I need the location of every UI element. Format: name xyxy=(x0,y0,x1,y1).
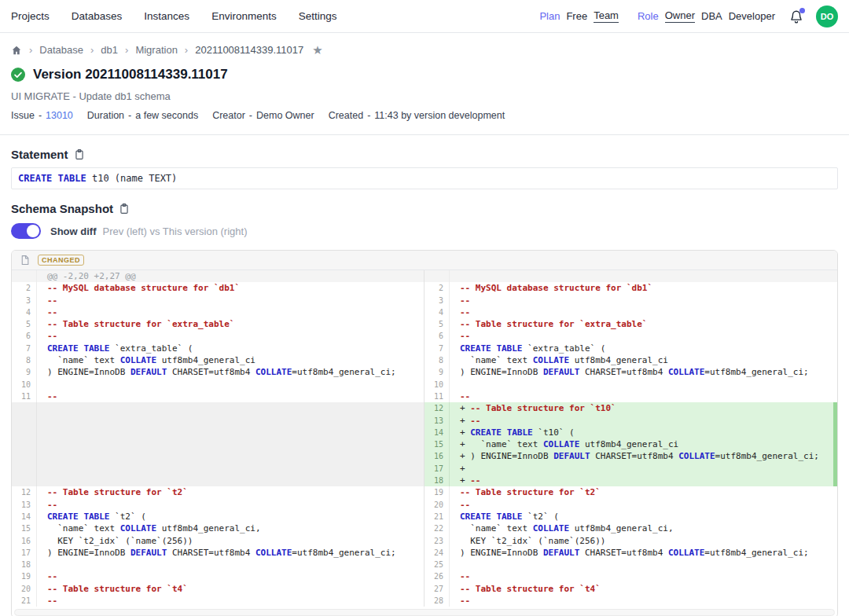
line-number-right: 11 xyxy=(424,390,450,402)
diff-code-left: -- Table structure for `t4` xyxy=(37,583,424,595)
diff-row: 13--20-- xyxy=(12,499,837,511)
main-nav: Projects Databases Instances Environment… xyxy=(11,10,336,22)
plan-option-team[interactable]: Team xyxy=(594,9,619,23)
line-number-left: 11 xyxy=(12,390,37,402)
line-number-right: 13 xyxy=(424,415,450,427)
meta-created-label: Created xyxy=(329,110,363,121)
line-number-left: 5 xyxy=(12,318,37,330)
role-option-developer[interactable]: Developer xyxy=(729,10,775,22)
diff-row: 9) ENGINE=InnoDB DEFAULT CHARSET=utf8mb4… xyxy=(12,366,837,378)
diff-code-left xyxy=(37,475,424,486)
breadcrumb-version[interactable]: 20211008114339.11017 xyxy=(195,44,303,56)
line-number-right: 5 xyxy=(424,318,450,330)
diff-row: 20-- Table structure for `t4`27-- Table … xyxy=(12,583,837,595)
avatar[interactable]: DO xyxy=(816,6,838,28)
diff-row: 15 `name` text COLLATE utf8mb4_general_c… xyxy=(12,522,837,534)
diff-row: 6--6-- xyxy=(12,330,837,342)
line-number-left xyxy=(12,402,37,414)
line-number-right: 2 xyxy=(424,282,450,294)
line-number-left: 10 xyxy=(12,379,37,390)
diff-code-right: + -- xyxy=(450,415,837,427)
copy-snapshot-icon[interactable] xyxy=(119,203,130,214)
line-number-right: 19 xyxy=(424,486,450,498)
meta-separator: - xyxy=(367,110,370,121)
meta-row: Issue - 13010 Duration - a few seconds C… xyxy=(0,110,849,121)
diff-code-left: @@ -2,20 +2,27 @@ xyxy=(37,270,424,282)
line-number-right: 3 xyxy=(424,295,450,306)
line-number-left xyxy=(12,450,37,462)
line-number-right: 8 xyxy=(424,354,450,366)
statement-heading: Statement xyxy=(11,148,68,161)
diff-row: 1825 xyxy=(12,559,837,570)
role-option-dba[interactable]: DBA xyxy=(701,10,722,22)
diff-row: 12-- Table structure for `t2`19-- Table … xyxy=(12,486,837,498)
line-number-right: 17 xyxy=(424,463,450,475)
diff-code-left: -- xyxy=(37,595,424,607)
diff-code-right: + ) ENGINE=InnoDB DEFAULT CHARSET=utf8mb… xyxy=(450,450,837,462)
line-number-right: 21 xyxy=(424,511,450,522)
diff-code-left xyxy=(37,379,424,390)
line-number-left: 8 xyxy=(12,354,37,366)
diff-code-left: KEY `t2_idx` (`name`(256)) xyxy=(37,535,424,547)
meta-issue: Issue - 13010 xyxy=(11,110,73,121)
breadcrumb-migration[interactable]: Migration xyxy=(135,44,177,56)
meta-separator: - xyxy=(128,110,131,121)
statement-sql[interactable]: CREATE TABLE t10 (name TEXT) xyxy=(11,167,838,189)
line-number-right: 6 xyxy=(424,330,450,342)
breadcrumb-database[interactable]: Database xyxy=(39,44,83,56)
line-number-right: 28 xyxy=(424,595,450,607)
horizontal-scrollbar[interactable] xyxy=(14,609,835,616)
diff-row: 18+ -- xyxy=(12,475,837,486)
nav-item-environments[interactable]: Environments xyxy=(211,10,277,22)
line-number-right: 7 xyxy=(424,343,450,354)
home-icon[interactable] xyxy=(11,45,22,56)
diff-code-left: -- xyxy=(37,295,424,306)
changed-badge: CHANGED xyxy=(38,255,84,266)
diff-row: 1010 xyxy=(12,379,837,390)
diff-code-left: -- Table structure for `t2` xyxy=(37,486,424,498)
notifications-button[interactable] xyxy=(789,9,803,24)
diff-row: 4--4-- xyxy=(12,306,837,318)
diff-code-left: -- Table structure for `extra_table` xyxy=(37,318,424,330)
show-diff-toggle[interactable] xyxy=(11,223,41,239)
breadcrumb-db1[interactable]: db1 xyxy=(101,44,118,56)
diff-row: 14CREATE TABLE `t2` (21CREATE TABLE `t2`… xyxy=(12,511,837,522)
diff-row: @@ -2,20 +2,27 @@ xyxy=(12,270,837,282)
nav-item-instances[interactable]: Instances xyxy=(144,10,189,22)
version-title-row: Version 20211008114339.11017 xyxy=(0,67,849,82)
diff-row: 5-- Table structure for `extra_table`5--… xyxy=(12,318,837,330)
breadcrumb-separator: › xyxy=(125,44,128,56)
line-number-right: 20 xyxy=(424,499,450,511)
diff-code-right xyxy=(450,379,837,390)
statement-section-head: Statement xyxy=(0,148,849,161)
diff-row: 13+ -- xyxy=(12,415,837,427)
line-number-right: 22 xyxy=(424,522,450,534)
plan-option-free[interactable]: Free xyxy=(566,10,587,22)
diff-row: 16+ ) ENGINE=InnoDB DEFAULT CHARSET=utf8… xyxy=(12,450,837,462)
top-nav: Projects Databases Instances Environment… xyxy=(0,0,849,33)
file-icon xyxy=(20,255,30,266)
issue-link[interactable]: 13010 xyxy=(46,110,73,121)
diff-row: 3--3-- xyxy=(12,295,837,306)
meta-duration: Duration - a few seconds xyxy=(87,110,198,121)
nav-item-databases[interactable]: Databases xyxy=(72,10,123,22)
role-option-owner[interactable]: Owner xyxy=(665,9,695,23)
diff-row: 11--11-- xyxy=(12,390,837,402)
copy-statement-icon[interactable] xyxy=(74,148,85,160)
line-number-left: 2 xyxy=(12,282,37,294)
diff-code-right: -- Table structure for `extra_table` xyxy=(450,318,837,330)
meta-separator: - xyxy=(249,110,252,121)
diff-code-right: -- xyxy=(450,306,837,318)
star-icon[interactable]: ★ xyxy=(312,44,322,56)
nav-item-projects[interactable]: Projects xyxy=(11,10,50,22)
diff-row: 7CREATE TABLE `extra_table` (7CREATE TAB… xyxy=(12,343,837,354)
diff-row: 21--28-- xyxy=(12,595,837,607)
line-number-right: 18 xyxy=(424,475,450,486)
line-number-right: 14 xyxy=(424,427,450,438)
diff-code-right xyxy=(450,270,837,282)
diff-code-right: + -- xyxy=(450,475,837,486)
nav-item-settings[interactable]: Settings xyxy=(299,10,337,22)
diff-code-right: -- xyxy=(450,330,837,342)
line-number-right: 24 xyxy=(424,547,450,559)
scrollbar-added-marker xyxy=(833,402,837,486)
